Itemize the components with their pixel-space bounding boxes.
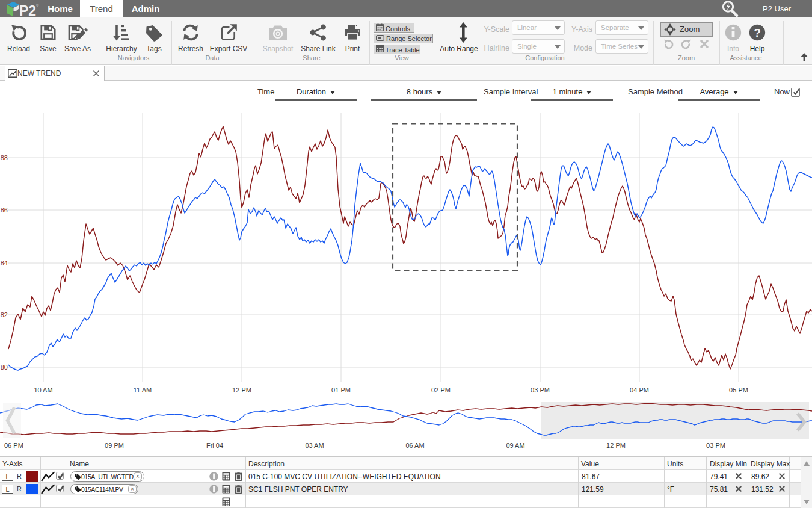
svg-text:03 PM: 03 PM — [531, 386, 550, 394]
svg-text:P2: P2 — [19, 3, 36, 18]
svg-text:09 AM: 09 AM — [506, 442, 524, 449]
svg-text:05 PM: 05 PM — [729, 386, 748, 394]
svg-text:09 PM: 09 PM — [105, 442, 124, 449]
svg-text:12 PM: 12 PM — [232, 386, 251, 394]
svg-text:11 AM: 11 AM — [134, 386, 152, 394]
svg-text:01 PM: 01 PM — [331, 386, 351, 394]
svg-text:82: 82 — [1, 311, 8, 318]
svg-text:88: 88 — [1, 154, 8, 161]
svg-text:06 AM: 06 AM — [405, 442, 424, 449]
svg-text:86: 86 — [1, 206, 8, 214]
svg-text:Fri 04: Fri 04 — [206, 442, 223, 449]
svg-text:?: ? — [754, 26, 761, 39]
svg-text:10 AM: 10 AM — [34, 386, 52, 394]
svg-text:06 PM: 06 PM — [4, 442, 23, 449]
svg-text:03 PM: 03 PM — [706, 442, 725, 449]
svg-text:84: 84 — [1, 259, 8, 267]
svg-text:®: ® — [36, 4, 39, 7]
svg-text:04 PM: 04 PM — [630, 386, 649, 394]
svg-text:12 PM: 12 PM — [606, 442, 626, 449]
svg-text:80: 80 — [1, 364, 8, 371]
svg-text:02 PM: 02 PM — [431, 386, 451, 394]
svg-text:03 AM: 03 AM — [305, 442, 324, 449]
